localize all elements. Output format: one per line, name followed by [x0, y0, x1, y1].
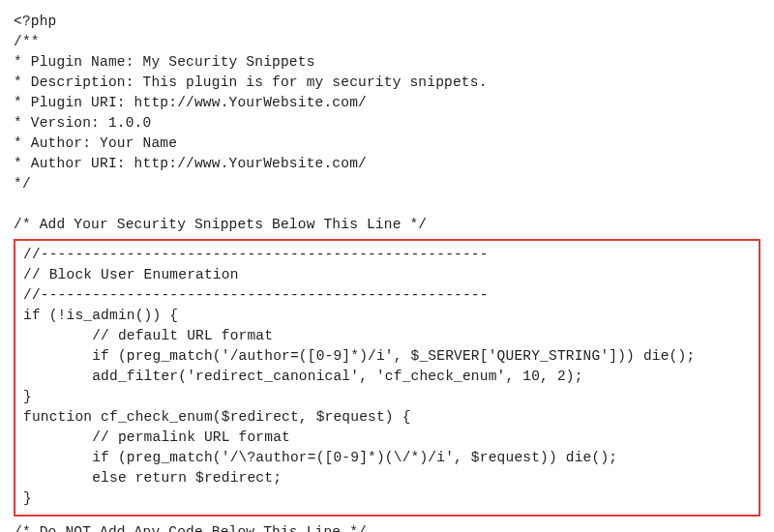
code-line: <?php — [14, 14, 57, 29]
code-line: if (preg_match('/\?author=([0-9]*)(\/*)/… — [23, 450, 617, 465]
code-line: function cf_check_enum($redirect, $reque… — [23, 409, 411, 425]
code-line: * Plugin Name: My Security Snippets — [14, 54, 315, 70]
code-header: <?php /** * Plugin Name: My Security Sni… — [14, 12, 760, 235]
highlighted-code-box: //--------------------------------------… — [14, 239, 760, 517]
code-line: * Version: 1.0.0 — [14, 115, 151, 131]
code-line: add_filter('redirect_canonical', 'cf_che… — [23, 369, 583, 384]
code-line: //--------------------------------------… — [23, 247, 489, 262]
code-line: if (preg_match('/author=([0-9]*)/i', $_S… — [23, 348, 695, 364]
code-line: /* Add Your Security Snippets Below This… — [14, 217, 427, 232]
code-line: // default URL format — [23, 328, 273, 343]
code-line: // Block User Enumeration — [23, 267, 239, 282]
code-line: } — [23, 490, 32, 506]
code-line: */ — [14, 176, 31, 192]
code-line: if (!is_admin()) { — [23, 308, 178, 323]
code-footer: /* Do NOT Add Any Code Below This Line *… — [14, 522, 760, 532]
code-line: // permalink URL format — [23, 429, 290, 445]
code-line: * Author: Your Name — [14, 135, 177, 151]
code-line: * Author URI: http://www.YourWebsite.com… — [14, 156, 367, 171]
code-line: //--------------------------------------… — [23, 287, 489, 303]
code-line: /* Do NOT Add Any Code Below This Line *… — [14, 524, 367, 532]
code-line: /** — [14, 34, 40, 49]
code-snippet: //--------------------------------------… — [23, 245, 751, 509]
code-line: } — [23, 389, 32, 404]
code-line: * Plugin URI: http://www.YourWebsite.com… — [14, 95, 367, 110]
code-line: else return $redirect; — [23, 470, 282, 486]
code-line: * Description: This plugin is for my sec… — [14, 74, 488, 90]
